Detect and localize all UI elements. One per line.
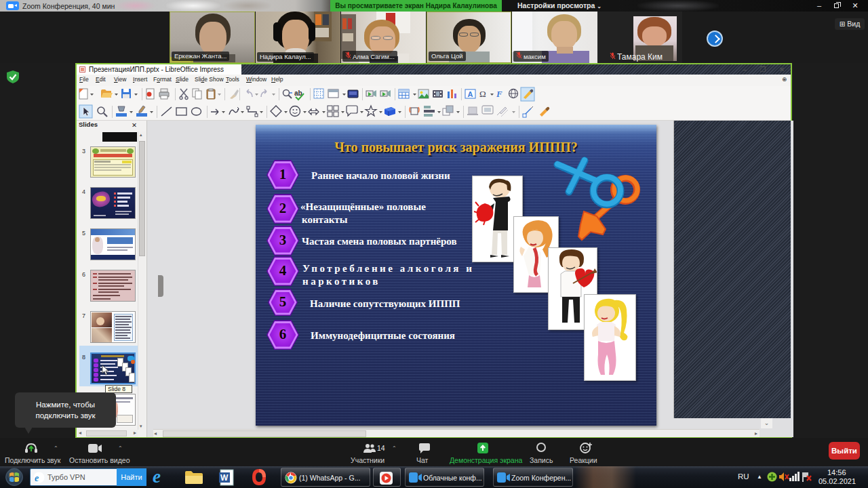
- svg-text:e: e: [35, 473, 39, 483]
- svg-text:F: F: [496, 89, 502, 99]
- svg-text:A: A: [468, 90, 473, 98]
- svg-text:Ω: Ω: [479, 89, 486, 99]
- svg-text:W: W: [220, 473, 229, 483]
